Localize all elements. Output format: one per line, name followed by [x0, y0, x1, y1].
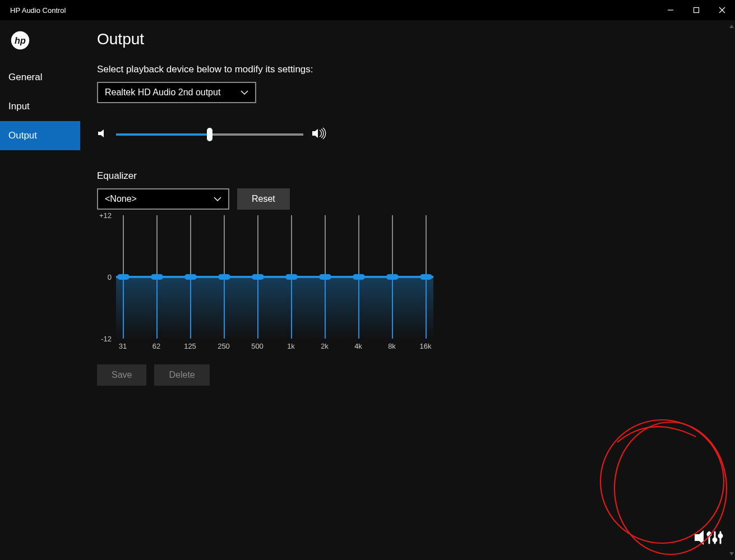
- svg-point-14: [719, 534, 722, 538]
- eq-freq-label: 1k: [287, 342, 295, 350]
- eq-freq-label: 31: [119, 342, 127, 350]
- svg-rect-1: [694, 8, 699, 13]
- volume-slider[interactable]: [116, 133, 303, 136]
- svg-marker-8: [695, 530, 704, 545]
- eq-band-31[interactable]: [123, 215, 124, 339]
- volume-row: [97, 127, 735, 142]
- eq-thumb[interactable]: [252, 274, 264, 280]
- sidebar-item-input[interactable]: Input: [0, 92, 80, 121]
- eq-tick-mid: 0: [108, 273, 112, 281]
- sidebar-item-label: General: [8, 72, 42, 83]
- scrollbar[interactable]: [733, 25, 734, 556]
- window-title: HP Audio Control: [10, 6, 66, 15]
- chevron-down-icon: [214, 194, 221, 204]
- eq-band-500[interactable]: [257, 215, 258, 339]
- eq-tick-top: +12: [99, 211, 112, 220]
- speaker-high-icon: [311, 127, 328, 142]
- content-pane: Output Select playback device below to m…: [80, 20, 735, 560]
- device-prompt: Select playback device below to modify i…: [97, 64, 735, 75]
- eq-freq-label: 8k: [388, 342, 396, 350]
- maximize-button[interactable]: [683, 0, 709, 20]
- svg-point-10: [708, 533, 711, 536]
- save-button[interactable]: Save: [97, 364, 146, 386]
- delete-button[interactable]: Delete: [154, 364, 209, 386]
- close-button[interactable]: [709, 0, 735, 20]
- speaker-low-icon: [97, 128, 108, 141]
- svg-marker-6: [98, 129, 104, 137]
- eq-band-1k[interactable]: [291, 215, 292, 339]
- eq-thumb[interactable]: [184, 274, 197, 280]
- sidebar-item-label: Input: [8, 101, 30, 112]
- eq-band-2k[interactable]: [325, 215, 326, 339]
- audio-settings-tray-icon[interactable]: [694, 527, 725, 550]
- volume-thumb[interactable]: [207, 128, 212, 141]
- svg-text:hp: hp: [15, 35, 26, 45]
- eq-freq-label: 4k: [354, 342, 362, 350]
- reset-button[interactable]: Reset: [237, 188, 290, 210]
- eq-freq-label: 125: [184, 342, 196, 350]
- eq-freq-label: 250: [218, 342, 230, 350]
- eq-thumb[interactable]: [420, 274, 432, 280]
- eq-thumb[interactable]: [353, 274, 365, 280]
- page-title: Output: [97, 30, 735, 48]
- eq-thumb[interactable]: [285, 274, 298, 280]
- eq-thumb[interactable]: [319, 274, 331, 280]
- playback-device-selected: Realtek HD Audio 2nd output: [105, 87, 220, 98]
- chevron-down-icon: [241, 87, 248, 98]
- equalizer-preset-dropdown[interactable]: <None>: [97, 188, 229, 210]
- window-buttons: [658, 0, 735, 20]
- sidebar-item-label: Output: [8, 130, 37, 141]
- eq-band-125[interactable]: [190, 215, 191, 339]
- eq-band-250[interactable]: [224, 215, 225, 339]
- sidebar-item-output[interactable]: Output: [0, 121, 80, 150]
- eq-tick-bot: -12: [101, 335, 112, 343]
- sidebar: hp General Input Output: [0, 20, 80, 560]
- titlebar: HP Audio Control: [0, 0, 735, 20]
- eq-thumb[interactable]: [218, 274, 230, 280]
- sidebar-item-general[interactable]: General: [0, 63, 80, 92]
- svg-point-15: [600, 420, 724, 543]
- eq-freq-label: 62: [152, 342, 160, 350]
- eq-band-62[interactable]: [156, 215, 158, 339]
- eq-freq-label: 2k: [321, 342, 329, 350]
- eq-freq-label: 500: [251, 342, 264, 350]
- minimize-button[interactable]: [658, 0, 683, 20]
- equalizer-preset-selected: <None>: [105, 194, 137, 204]
- equalizer-label: Equalizer: [97, 170, 735, 182]
- eq-thumb[interactable]: [386, 274, 399, 280]
- hp-logo-icon: hp: [10, 30, 30, 50]
- eq-band-4k[interactable]: [358, 215, 359, 339]
- eq-thumb[interactable]: [151, 274, 163, 280]
- eq-freq-label: 16k: [420, 342, 432, 350]
- eq-band-16k[interactable]: [426, 215, 427, 339]
- playback-device-dropdown[interactable]: Realtek HD Audio 2nd output: [97, 82, 256, 103]
- svg-marker-7: [312, 129, 318, 138]
- eq-thumb[interactable]: [117, 274, 130, 280]
- equalizer-graph: +12 0 -12 31621252505001k2k4k8k16k: [97, 215, 433, 361]
- svg-point-12: [713, 538, 716, 542]
- eq-band-8k[interactable]: [392, 215, 393, 339]
